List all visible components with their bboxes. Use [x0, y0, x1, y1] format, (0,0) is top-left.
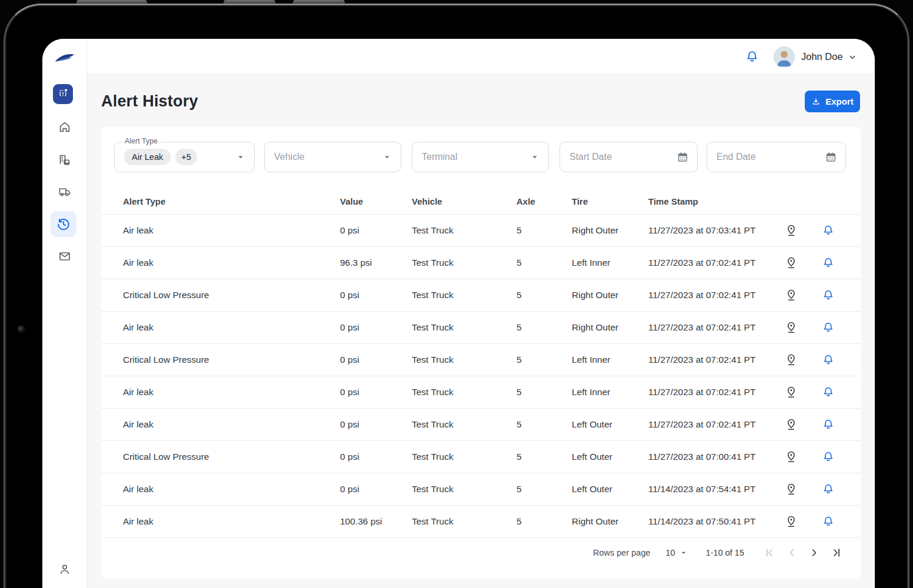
alert-type-filter-label: Alert Type [122, 137, 161, 145]
sidebar-item-alert-history[interactable] [51, 211, 76, 237]
cell-vehicle: Test Truck [412, 484, 517, 495]
cell-alert-type: Air leak [123, 225, 340, 236]
end-date-filter[interactable]: End Date [707, 142, 846, 172]
cell-axle: 5 [517, 452, 572, 462]
user-avatar[interactable] [774, 46, 795, 68]
cell-timestamp: 11/27/2023 at 07:02:41 PT [648, 290, 774, 300]
row-notification-button[interactable] [809, 256, 848, 269]
row-notification-button[interactable] [809, 483, 848, 496]
table-row: Air leak 96.3 psi Test Truck 5 Left Inne… [101, 247, 861, 279]
cell-tire: Right Outer [572, 290, 648, 300]
col-tire: Tire [572, 196, 648, 206]
tablet-camera [18, 326, 24, 332]
table-row: Air leak 0 psi Test Truck 5 Right Outer … [101, 215, 861, 247]
cell-alert-type: Air leak [123, 516, 340, 527]
tpms-icon [55, 86, 71, 102]
first-page-button[interactable] [763, 546, 776, 559]
cell-alert-type: Critical Low Pressure [123, 452, 340, 462]
alert-type-chip[interactable]: Air Leak [124, 149, 171, 165]
row-location-button[interactable] [774, 450, 809, 463]
row-location-button[interactable] [774, 515, 809, 528]
start-date-filter[interactable]: Start Date [559, 142, 698, 172]
bell-icon [822, 386, 835, 399]
vehicle-filter[interactable]: Vehicle [264, 142, 401, 172]
cell-value: 0 psi [340, 419, 412, 430]
user-name: John Doe [801, 39, 843, 75]
cell-tire: Left Inner [572, 258, 648, 268]
pin-drop-icon [785, 386, 798, 399]
table-row: Air leak 0 psi Test Truck 5 Left Outer 1… [101, 473, 861, 506]
tablet-mockup: John Doe Alert History Export Alert Type [0, 0, 913, 588]
sidebar-item-vehicles[interactable] [58, 185, 72, 199]
rows-per-page-label: Rows per page [593, 548, 651, 557]
cell-tire: Left Outer [572, 484, 648, 495]
cell-tire: Left Outer [572, 452, 648, 462]
cell-alert-type: Air leak [123, 322, 340, 333]
last-page-button[interactable] [830, 546, 843, 559]
row-notification-button[interactable] [809, 515, 848, 528]
rows-per-page-value: 10 [666, 548, 675, 557]
alert-type-filter[interactable]: Alert Type Air Leak +5 [114, 142, 255, 172]
row-notification-button[interactable] [809, 450, 848, 463]
row-location-button[interactable] [774, 353, 809, 366]
row-location-button[interactable] [774, 386, 809, 399]
row-location-button[interactable] [774, 289, 809, 302]
row-location-button[interactable] [774, 418, 809, 431]
table-body: Air leak 0 psi Test Truck 5 Right Outer … [101, 215, 861, 538]
row-notification-button[interactable] [809, 418, 848, 431]
table-row: Air leak 0 psi Test Truck 5 Left Outer 1… [101, 409, 861, 441]
pin-drop-icon [785, 515, 798, 528]
chevron-down-icon[interactable] [847, 52, 858, 62]
cell-axle: 5 [517, 484, 572, 495]
previous-page-button[interactable] [785, 546, 798, 559]
export-button[interactable]: Export [805, 91, 860, 112]
download-icon [811, 97, 821, 106]
cell-vehicle: Test Truck [412, 322, 517, 333]
cell-alert-type: Air leak [123, 387, 340, 397]
cell-alert-type: Air leak [123, 258, 340, 268]
pin-drop-icon [785, 321, 798, 334]
pin-drop-icon [785, 450, 798, 463]
history-icon [56, 216, 71, 232]
sidebar-item-home[interactable] [58, 120, 72, 134]
col-vehicle: Vehicle [412, 196, 517, 206]
cell-alert-type: Critical Low Pressure [123, 290, 340, 300]
sidebar-item-terminals[interactable] [58, 152, 72, 166]
rows-per-page-select[interactable]: 10 [666, 548, 688, 557]
sidebar-item-tpms[interactable] [53, 84, 73, 104]
cell-tire: Left Inner [572, 387, 648, 397]
col-value: Value [340, 196, 412, 206]
pagination-bar: Rows per page 10 1-10 of 15 [101, 539, 861, 566]
cell-alert-type: Air leak [123, 484, 340, 495]
row-notification-button[interactable] [809, 321, 848, 334]
row-location-button[interactable] [774, 483, 809, 496]
row-location-button[interactable] [774, 256, 809, 269]
sidebar [42, 39, 87, 588]
table-header: Alert Type Value Vehicle Axle Tire Time … [101, 188, 861, 215]
sidebar-item-messages[interactable] [58, 249, 72, 263]
next-page-button[interactable] [808, 546, 821, 559]
chevron-left-icon [786, 547, 798, 559]
cell-vehicle: Test Truck [412, 516, 517, 527]
cell-value: 0 psi [340, 387, 412, 397]
terminal-filter-placeholder: Terminal [422, 152, 529, 162]
row-notification-button[interactable] [809, 386, 848, 399]
row-notification-button[interactable] [809, 353, 848, 366]
cell-vehicle: Test Truck [412, 258, 517, 268]
cell-value: 0 psi [340, 322, 412, 333]
pin-drop-icon [785, 353, 798, 366]
main-content: Alert History Export Alert Type Air Leak… [87, 75, 875, 588]
cell-vehicle: Test Truck [412, 387, 517, 397]
sidebar-item-profile[interactable] [58, 562, 72, 576]
terminal-filter[interactable]: Terminal [412, 142, 549, 172]
notifications-bell-icon[interactable] [745, 49, 759, 64]
row-notification-button[interactable] [809, 224, 848, 237]
cell-vehicle: Test Truck [412, 355, 517, 365]
alert-type-more-chip[interactable]: +5 [175, 149, 197, 165]
pager-controls [763, 546, 843, 559]
row-location-button[interactable] [774, 224, 809, 237]
cell-value: 0 psi [340, 484, 412, 495]
row-location-button[interactable] [774, 321, 809, 334]
row-notification-button[interactable] [809, 289, 848, 302]
cell-value: 100.36 psi [340, 516, 412, 527]
